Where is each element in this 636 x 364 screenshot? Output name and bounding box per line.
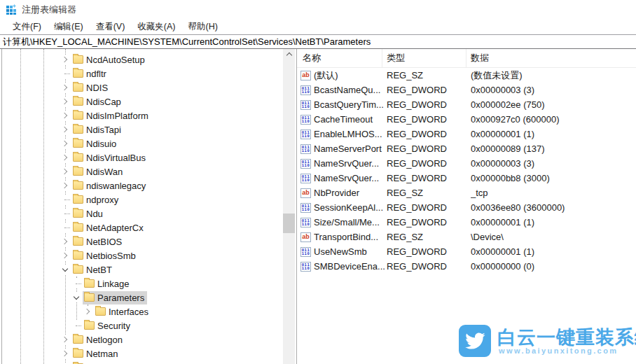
window-left-border (1, 49, 2, 364)
tree-item-netadaptercx[interactable]: NetAdapterCx (0, 220, 282, 234)
chevron-right-icon[interactable] (60, 251, 70, 260)
chevron-right-icon[interactable] (60, 97, 70, 106)
scrollbar-up-icon[interactable] (283, 49, 295, 60)
tree-item-ndproxy[interactable]: ndproxy (0, 192, 282, 206)
tree-item-ndiswan[interactable]: NdisWan (0, 164, 282, 178)
chevron-right-icon[interactable] (60, 349, 70, 358)
column-header-type[interactable]: 类型 (382, 49, 466, 67)
chevron-right-icon[interactable] (60, 55, 70, 64)
chevron-down-icon[interactable] (60, 265, 70, 274)
tree-item-label: NetBT (86, 265, 112, 275)
tree-item-netlogon[interactable]: Netlogon (0, 332, 282, 346)
leaf-stub (60, 209, 70, 218)
tree-item-content[interactable]: ndproxy (71, 193, 121, 206)
tree-item-label: ndiswanlegacy (86, 181, 146, 191)
tree-item-ndis[interactable]: NDIS (0, 80, 282, 94)
tree-item-content[interactable]: NdisWan (71, 165, 125, 178)
tree-item-parameters[interactable]: Parameters (0, 290, 282, 304)
dword-value-icon: 011110 (300, 115, 311, 125)
value-row[interactable]: ab(默认)REG_SZ(数值未设置) (297, 68, 636, 83)
chevron-right-icon[interactable] (60, 237, 70, 246)
value-row[interactable]: 011110NameSrvQuer...REG_DWORD0x00000bb8 … (297, 171, 636, 186)
value-row[interactable]: abTransportBind...REG_SZ\Device\ (297, 230, 636, 244)
menu-item-edit[interactable]: 编辑(E) (48, 20, 90, 34)
tree-item-content[interactable]: Interfaces (94, 305, 151, 318)
tree-item-content[interactable]: Netman (71, 347, 121, 360)
tree-item-ndfltr[interactable]: ndfltr (0, 66, 282, 80)
tree-item-content[interactable]: NDIS (71, 81, 111, 94)
value-row[interactable]: 011110UseNewSmbREG_DWORD0x00000001 (1) (297, 244, 636, 259)
string-value-icon: ab (300, 232, 311, 242)
tree-item-ndisuio[interactable]: Ndisuio (0, 136, 282, 150)
menu-item-favorites[interactable]: 收藏夹(A) (131, 20, 181, 34)
tree-item-content[interactable]: Security (83, 319, 133, 332)
tree-item-content[interactable]: Ndu (71, 207, 106, 220)
tree-item-linkage[interactable]: Linkage (0, 276, 282, 290)
tree-item-netbt[interactable]: NetBT (0, 262, 282, 276)
menu-item-help[interactable]: 帮助(H) (181, 20, 223, 34)
tree-item-security[interactable]: Security (0, 318, 282, 332)
value-name: (默认) (314, 69, 387, 82)
chevron-right-icon[interactable] (60, 181, 70, 190)
value-row[interactable]: 011110EnableLMHOS...REG_DWORD0x00000001 … (297, 127, 636, 141)
value-row[interactable]: abNbProviderREG_SZ_tcp (297, 186, 636, 200)
chevron-right-icon[interactable] (60, 335, 70, 344)
chevron-right-icon[interactable] (83, 307, 92, 316)
tree-item-ndu[interactable]: Ndu (0, 206, 282, 220)
chevron-right-icon[interactable] (60, 153, 70, 162)
tree-item-content[interactable]: ndiswanlegacy (71, 179, 148, 192)
folder-icon (84, 321, 95, 330)
tree-item-ndisvirtualbus[interactable]: NdisVirtualBus (0, 150, 282, 164)
value-row[interactable]: 011110BcastNameQu...REG_DWORD0x00000003 … (297, 83, 636, 97)
value-row[interactable]: 011110NameSrvQuer...REG_DWORD0x00000003 … (297, 156, 636, 171)
scrollbar-thumb[interactable] (283, 214, 295, 233)
value-type: REG_DWORD (387, 99, 471, 110)
menu-item-file[interactable]: 文件(F) (6, 20, 48, 34)
folder-icon (73, 181, 83, 190)
tree-item-content[interactable]: Ndisuio (71, 137, 119, 150)
tree-item-content[interactable]: NdisVirtualBus (71, 151, 148, 164)
chevron-right-icon[interactable] (60, 125, 70, 134)
tree-item-partial[interactable] (0, 360, 282, 364)
tree-item-content[interactable]: NdisCap (71, 95, 124, 108)
chevron-right-icon[interactable] (60, 167, 70, 176)
tree-item-content[interactable]: NetBT (71, 263, 115, 276)
value-row[interactable]: 011110SMBDeviceEna...REG_DWORD0x00000000… (297, 259, 636, 274)
value-row[interactable]: 011110CacheTimeoutREG_DWORD0x000927c0 (6… (297, 112, 636, 127)
tree-item-interfaces[interactable]: Interfaces (0, 304, 282, 318)
tree-item-content[interactable]: ndfltr (71, 67, 109, 80)
chevron-right-icon[interactable] (60, 139, 70, 148)
menu-item-view[interactable]: 查看(V) (90, 20, 132, 34)
value-row[interactable]: 011110BcastQueryTim...REG_DWORD0x000002e… (297, 97, 636, 112)
chevron-down-icon[interactable] (71, 293, 81, 302)
tree-item-ndiswanlegacy[interactable]: ndiswanlegacy (0, 178, 282, 192)
address-bar[interactable]: 计算机\HKEY_LOCAL_MACHINE\SYSTEM\CurrentCon… (0, 34, 636, 50)
tree-item-content[interactable]: NdisTapi (71, 123, 124, 136)
dword-value-icon: 011110 (300, 144, 311, 154)
chevron-right-icon[interactable] (60, 111, 70, 120)
value-type: REG_SZ (387, 188, 471, 198)
tree-item-ndisimplatform[interactable]: NdisImPlatform (0, 108, 282, 122)
value-row[interactable]: 011110Size/Small/Me...REG_DWORD0x0000000… (297, 215, 636, 230)
folder-icon (73, 251, 83, 260)
tree-item-ndiscap[interactable]: NdisCap (0, 94, 282, 108)
tree-item-ndistapi[interactable]: NdisTapi (0, 122, 282, 136)
tree-item-netman[interactable]: Netman (0, 346, 282, 360)
tree-item-selected-highlight[interactable]: Parameters (83, 291, 147, 304)
tree-item-content[interactable]: Netlogon (71, 333, 125, 346)
tree-item-ncdautosetup[interactable]: NcdAutoSetup (0, 52, 282, 66)
value-row[interactable]: 011110NameServerPortREG_DWORD0x00000089 … (297, 141, 636, 156)
tree-item-netbios[interactable]: NetBIOS (0, 234, 282, 248)
value-row[interactable]: 011110SessionKeepAl...REG_DWORD0x0036ee8… (297, 200, 636, 215)
tree-item-content[interactable]: Linkage (83, 277, 132, 290)
tree-item-content[interactable]: NdisImPlatform (71, 109, 151, 122)
tree-item-content[interactable]: NcdAutoSetup (71, 53, 148, 66)
chevron-right-icon[interactable] (60, 83, 70, 92)
tree-item-content[interactable]: NetbiosSmb (71, 249, 139, 262)
column-header-name[interactable]: 名称 (297, 49, 382, 67)
tree-item-content[interactable]: NetBIOS (71, 235, 125, 248)
tree-scrollbar[interactable] (283, 49, 295, 364)
tree-item-netbiossmb[interactable]: NetbiosSmb (0, 248, 282, 262)
tree-item-content[interactable]: NetAdapterCx (71, 221, 146, 234)
column-header-data[interactable]: 数据 (466, 49, 636, 67)
